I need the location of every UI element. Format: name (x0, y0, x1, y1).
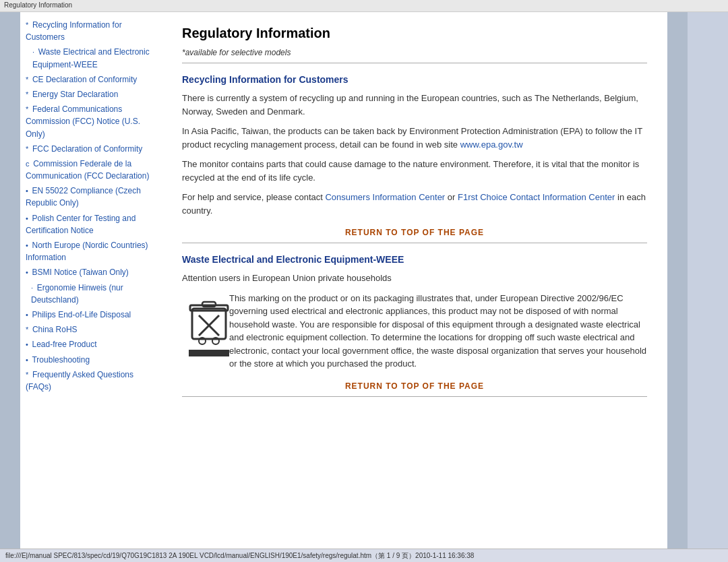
sidebar-link-fcc-decl[interactable]: FCC Declaration of Conformity (32, 144, 142, 154)
sidebar-item-waste[interactable]: · Waste Electrical and Electronic Equipm… (26, 46, 156, 70)
bullet-faqs: * (26, 371, 28, 379)
sidebar-item-commission[interactable]: c Commission Federale de la Communicatio… (26, 158, 156, 182)
section1-para2: In Asia Pacific, Taiwan, the products ca… (182, 125, 647, 151)
bullet-philips: • (26, 311, 28, 319)
sidebar-item-recycling[interactable]: * Recycling Information for Customers (26, 19, 156, 43)
section2-attention: Attention users in European Union privat… (182, 272, 647, 285)
left-decorative-panel (0, 12, 20, 549)
sidebar-link-faqs[interactable]: Frequently Asked Questions (FAQs) (26, 370, 133, 392)
divider-top (182, 63, 647, 63)
weee-bar-icon (189, 350, 229, 356)
sidebar-item-leadfree[interactable]: • Lead-free Product (26, 338, 156, 350)
consumers-info-link[interactable]: Consumers Information Center (325, 192, 445, 202)
sidebar-link-nordic[interactable]: North Europe (Nordic Countries) Informat… (26, 241, 148, 262)
sidebar-link-polish[interactable]: Polish Center for Testing and Certificat… (26, 214, 135, 235)
section2-title: Waste Electrical and Electronic Equipmen… (182, 254, 647, 265)
para4-text: For help and service, please contact (182, 192, 325, 202)
bullet-energy: * (26, 90, 28, 98)
sidebar-item-bsmi[interactable]: • BSMI Notice (Taiwan Only) (26, 266, 156, 278)
sidebar-nav: * Recycling Information for Customers · … (26, 19, 156, 393)
available-note: *available for selective models (182, 48, 647, 57)
return-top-link-2[interactable]: RETURN TO TOP OF THE PAGE (182, 381, 647, 391)
sidebar-item-faqs[interactable]: * Frequently Asked Questions (FAQs) (26, 369, 156, 393)
status-bar-text: file:///E|/manual SPEC/813/spec/cd/19/Q7… (5, 552, 474, 559)
epa-link[interactable]: www.epa.gov.tw (460, 139, 523, 150)
para4-or: or (445, 192, 458, 202)
section1-para1: There is currently a system of recycling… (182, 92, 647, 118)
section1-para4: For help and service, please contact Con… (182, 191, 647, 217)
section1-para3: The monitor contains parts that could ca… (182, 158, 647, 184)
sidebar-link-troubleshooting[interactable]: Troubleshooting (32, 355, 90, 365)
main-content: Regulatory Information *available for se… (162, 12, 667, 549)
sidebar-link-bsmi[interactable]: BSMI Notice (Taiwan Only) (32, 268, 128, 277)
bullet-commission: c (26, 160, 30, 168)
return-top-link-1[interactable]: RETURN TO TOP OF THE PAGE (182, 228, 647, 237)
sidebar-link-en55022[interactable]: EN 55022 Compliance (Czech Republic Only… (26, 186, 141, 208)
page-title: Regulatory Information (182, 26, 647, 41)
weee-description: This marking on the product or on its pa… (229, 293, 646, 369)
divider-bottom (182, 396, 647, 397)
sidebar-link-recycling[interactable]: Recycling Information for Customers (26, 20, 122, 42)
svg-rect-0 (192, 309, 226, 339)
sidebar-link-leadfree[interactable]: Lead-free Product (32, 340, 96, 349)
sidebar-link-energy[interactable]: Energy Star Declaration (32, 90, 118, 99)
sidebar-link-fcc[interactable]: Federal Communications Commission (FCC) … (26, 104, 140, 138)
bullet-fcc-decl: * (26, 145, 28, 153)
sidebar-item-ce[interactable]: * CE Declaration of Conformity (26, 73, 156, 86)
sidebar-link-china[interactable]: China RoHS (32, 325, 78, 334)
sidebar-link-commission[interactable]: Commission Federale de la Communication … (26, 159, 149, 181)
section1-title: Recycling Information for Customers (182, 74, 647, 85)
bullet-ce: * (26, 75, 28, 84)
bullet-ergonomie: · (31, 284, 33, 292)
sidebar-item-en55022[interactable]: • EN 55022 Compliance (Czech Republic On… (26, 185, 156, 209)
bullet-bsmi: • (26, 268, 28, 276)
bullet-china: * (26, 325, 28, 334)
right-panel-wide (688, 12, 728, 549)
sidebar-item-fcc[interactable]: * Federal Communications Commission (FCC… (26, 103, 156, 140)
bullet-fcc: * (26, 105, 28, 113)
sidebar-link-ce[interactable]: CE Declaration of Conformity (32, 75, 137, 84)
bullet-leadfree: • (26, 340, 28, 348)
sidebar-link-ergonomie[interactable]: Ergonomie Hinweis (nur Deutschland) (31, 283, 123, 305)
browser-title-bar: Regulatory Information (0, 0, 728, 12)
status-bar: file:///E|/manual SPEC/813/spec/cd/19/Q7… (0, 549, 728, 562)
bullet-troubleshooting: • (26, 356, 28, 364)
sidebar-item-nordic[interactable]: • North Europe (Nordic Countries) Inform… (26, 239, 156, 263)
section1-para2-text: In Asia Pacific, Taiwan, the products ca… (182, 126, 642, 150)
bullet-nordic: • (26, 241, 28, 249)
bullet-en55022: • (26, 187, 28, 195)
weee-bin-icon (189, 299, 229, 346)
browser-title: Regulatory Information (4, 1, 72, 9)
sidebar-item-polish[interactable]: • Polish Center for Testing and Certific… (26, 212, 156, 237)
bullet-polish: • (26, 214, 28, 222)
sidebar-item-fcc-decl[interactable]: * FCC Declaration of Conformity (26, 143, 156, 155)
sidebar-link-waste[interactable]: Waste Electrical and Electronic Equipmen… (32, 47, 150, 69)
right-panel-narrow (667, 12, 688, 549)
bullet-waste: · (32, 48, 34, 56)
sidebar-item-china[interactable]: * China RoHS (26, 323, 156, 336)
bullet-recycling: * (26, 21, 28, 29)
f1rst-choice-link[interactable]: F1rst Choice Contact Information Center (458, 192, 615, 202)
section2-weee-text: This marking on the product or on its pa… (229, 292, 647, 371)
sidebar: * Recycling Information for Customers · … (20, 12, 162, 549)
sidebar-item-energy[interactable]: * Energy Star Declaration (26, 88, 156, 100)
sidebar-item-ergonomie[interactable]: · Ergonomie Hinweis (nur Deutschland) (26, 282, 156, 306)
sidebar-item-troubleshooting[interactable]: • Troubleshooting (26, 354, 156, 366)
sidebar-item-philips[interactable]: • Philips End-of-Life Disposal (26, 309, 156, 321)
sidebar-link-philips[interactable]: Philips End-of-Life Disposal (32, 310, 131, 319)
divider-mid (182, 243, 647, 243)
